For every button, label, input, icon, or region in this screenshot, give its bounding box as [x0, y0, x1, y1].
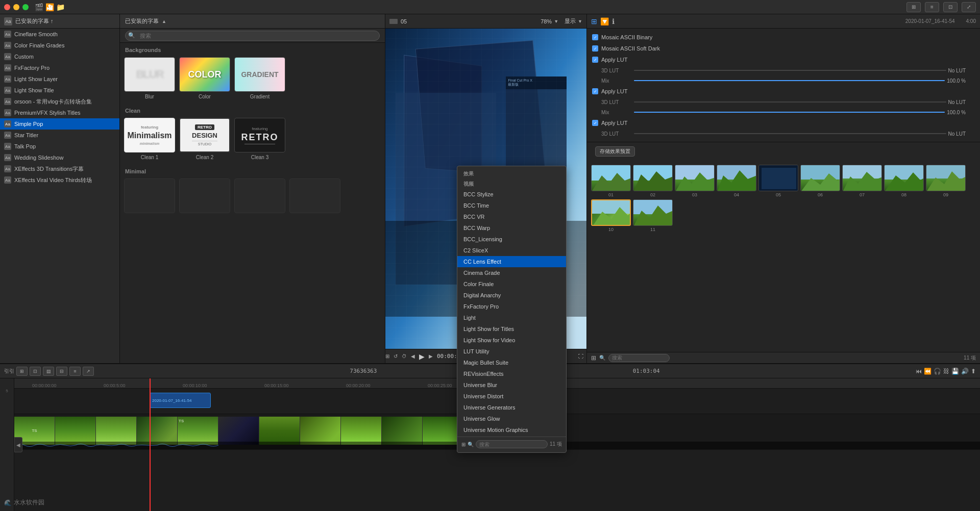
view-btn[interactable]: ≡	[69, 367, 81, 376]
sidebar-item-xeffects-viral[interactable]: Aa XEffects Viral Video Thirds转场	[0, 174, 119, 186]
dropdown-item-universe-glow[interactable]: Universe Glow	[457, 413, 566, 424]
dropdown-search-input[interactable]	[476, 440, 548, 448]
link-icon[interactable]: ⛓	[943, 368, 949, 375]
dropdown-item-bcc-licensing[interactable]: BCC_Licensing	[457, 234, 566, 245]
mix2-slider[interactable]	[634, 112, 945, 113]
timeline-pull-icon[interactable]: 引引	[4, 368, 14, 375]
effect-checkbox-3[interactable]: ✓	[592, 57, 598, 63]
effect-clean2[interactable]: RETRO DESIGN STUDIO Clean 2	[179, 118, 230, 160]
effect-clean3[interactable]: featuring RETRO Clean 3	[234, 118, 285, 160]
zoom-value[interactable]: 78%	[541, 18, 552, 24]
dropdown-item-light-show-video[interactable]: Light Show for Video	[457, 335, 566, 346]
thumb-06[interactable]: 06	[800, 165, 840, 197]
sidebar-item-wedding[interactable]: Aa Wedding Slideshow	[0, 152, 119, 163]
sidebar-item-light-show-title[interactable]: Aa Light Show Title	[0, 85, 119, 96]
skip-back-icon[interactable]: ⏪	[924, 368, 932, 375]
sidebar-item-premiumvfx[interactable]: Aa PremiumVFX Stylish Titles	[0, 107, 119, 118]
search-input[interactable]	[125, 31, 380, 41]
dropdown-item-universe-blur[interactable]: Universe Blur	[457, 379, 566, 391]
save-icon[interactable]: 💾	[951, 368, 959, 375]
thumb-05[interactable]: 05	[758, 165, 798, 197]
headphone-icon[interactable]: 🎧	[934, 368, 941, 375]
clip-btn-1[interactable]: ⊞	[16, 367, 28, 376]
dropdown-item-light-show-titles[interactable]: Light Show for Titles	[457, 323, 566, 335]
grid-view-icon[interactable]: ⊞	[906, 2, 921, 12]
sidebar-item-simple-pop[interactable]: Aa Simple Pop	[0, 118, 119, 130]
thumb-10[interactable]: 10	[591, 199, 631, 232]
expand-icon[interactable]: ⤢	[962, 2, 976, 12]
thumb-01[interactable]: 01	[591, 165, 631, 197]
clip-btn-3[interactable]: ▤	[43, 367, 54, 376]
sidebar-item-xeffects-3d[interactable]: Aa XEffects 3D Transitions字幕	[0, 163, 119, 174]
audio-wave-icon[interactable]: 🔊	[961, 368, 969, 375]
save-preset-button[interactable]: 存储效果预置	[595, 146, 635, 157]
effect-checkbox-4[interactable]: ✓	[592, 88, 598, 94]
effect-gradient[interactable]: GRADIENT Gradient	[234, 57, 285, 99]
close-button[interactable]	[4, 4, 10, 10]
3dlut3-slider[interactable]	[634, 133, 946, 134]
dropdown-item-lut-utility[interactable]: LUT Utility	[457, 346, 566, 357]
sidebar-item-light-show-layer[interactable]: Aa Light Show Layer	[0, 73, 119, 85]
maximize-button[interactable]	[22, 4, 29, 10]
dropdown-item-cinema-grade[interactable]: Cinema Grade	[457, 267, 566, 278]
dropdown-item-magic-bullet[interactable]: Magic Bullet Suite	[457, 357, 566, 368]
dropdown-item-bcc-warp[interactable]: BCC Warp	[457, 222, 566, 234]
dropdown-item-bcc-vr[interactable]: BCC VR	[457, 211, 566, 222]
effect-color[interactable]: COLOR Color	[179, 57, 230, 99]
info-icon[interactable]: ℹ	[612, 17, 615, 25]
dropdown-item-universe-distort[interactable]: Universe Distort	[457, 391, 566, 402]
thumb-04[interactable]: 04	[717, 165, 756, 197]
sidebar-item-star-titler[interactable]: Aa Star Titler	[0, 130, 119, 141]
dropdown-item-bcc-stylize[interactable]: BCC Stylize	[457, 189, 566, 200]
effects-filter-icon[interactable]: ⊞	[591, 17, 597, 25]
dropdown-item-bcc-time[interactable]: BCC Time	[457, 200, 566, 211]
timeline-clip[interactable]: 2020-01-07_16-41-54	[150, 393, 211, 408]
export-icon[interactable]: ⬆	[971, 368, 976, 375]
fullscreen-icon[interactable]: ⛶	[578, 353, 583, 359]
dropdown-item-revision-effects[interactable]: REVisionEffects	[457, 368, 566, 379]
sidebar-item-custom[interactable]: Aa Custom	[0, 51, 119, 62]
effect-checkbox-2[interactable]: ✓	[592, 45, 598, 52]
thumb-03[interactable]: 03	[675, 165, 715, 197]
sidebar-item-talk-pop[interactable]: Aa Talk Pop	[0, 141, 119, 152]
next-frame-btn[interactable]: ▶	[429, 353, 433, 359]
effect-checkbox-5[interactable]: ✓	[592, 120, 598, 126]
dropdown-item-cc-lens[interactable]: CC Lens Effect	[457, 256, 566, 267]
dropdown-item-digital-anarchy[interactable]: Digital Anarchy	[457, 290, 566, 301]
thumb-09[interactable]: 09	[926, 165, 966, 197]
sidebar-item-cineflare[interactable]: Aa Cineflare Smooth	[0, 29, 119, 40]
prev-frame-btn[interactable]: ◀	[411, 353, 415, 359]
list-view-icon[interactable]: ≡	[925, 2, 939, 12]
clip-btn-2[interactable]: ⊡	[30, 367, 41, 376]
sidebar-item-fxfactory[interactable]: Aa FxFactory Pro	[0, 62, 119, 73]
timeline-left-nav[interactable]: ◀	[14, 437, 22, 452]
display-button[interactable]: 显示	[565, 17, 576, 25]
dropdown-grid-icon[interactable]: ⊞	[461, 442, 465, 447]
dropdown-item-universe-motion[interactable]: Universe Motion Graphics	[457, 424, 566, 436]
minimize-button[interactable]	[13, 4, 19, 10]
clip-btn-4[interactable]: ⊟	[56, 367, 67, 376]
sidebar-item-color-finale[interactable]: Aa Color Finale Grades	[0, 40, 119, 51]
thumbnails-search-input[interactable]	[608, 354, 670, 362]
effects-sort-icon[interactable]: 🔽	[600, 17, 609, 25]
thumb-11[interactable]: 11	[633, 199, 673, 232]
thumb-08[interactable]: 08	[884, 165, 924, 197]
effect-checkbox-1[interactable]: ✓	[592, 34, 598, 40]
thumb-07[interactable]: 07	[842, 165, 882, 197]
dropdown-item-fxfactory-pro[interactable]: FxFactory Pro	[457, 301, 566, 312]
dropdown-item-c2-slicex[interactable]: C2 SliceX	[457, 245, 566, 256]
sidebar-item-orsoon[interactable]: Aa orsoon - 常用vlog卡点转场合集	[0, 96, 119, 107]
dropdown-item-universe-generators[interactable]: Universe Generators	[457, 402, 566, 413]
transform-btn[interactable]: ↗	[83, 367, 94, 376]
dropdown-item-color-finale[interactable]: Color Finale	[457, 278, 566, 290]
3dlut1-slider[interactable]	[634, 70, 946, 71]
effect-blur[interactable]: BLUR Blur	[124, 57, 175, 99]
thumb-view-icon[interactable]: ⊞	[591, 354, 596, 362]
play-button[interactable]: ▶	[419, 352, 425, 361]
3dlut2-slider[interactable]	[634, 101, 946, 103]
thumb-02[interactable]: 02	[633, 165, 673, 197]
effect-clean1[interactable]: featuring Minimalism minimalism Clean 1	[124, 118, 175, 160]
dropdown-item-light[interactable]: Light	[457, 312, 566, 323]
playback-icon[interactable]: ⏮	[916, 368, 922, 375]
mix1-slider[interactable]	[634, 80, 945, 81]
